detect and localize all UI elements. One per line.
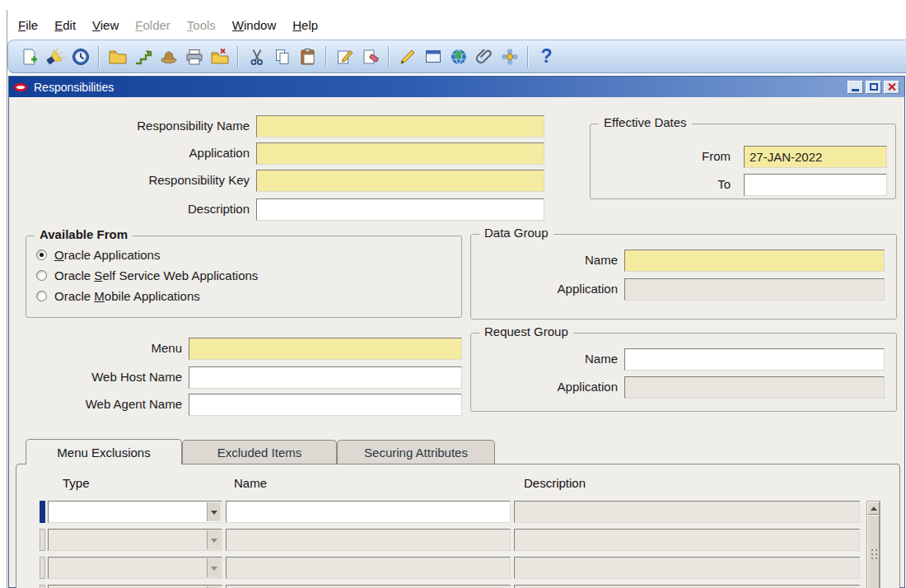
web-host-name-field[interactable] (189, 366, 462, 389)
responsibility-key-field[interactable] (256, 170, 544, 192)
menu-field[interactable] (189, 338, 462, 360)
radio-oracle-applications[interactable]: Oracle Applications (36, 248, 160, 262)
type-combo-row2 (48, 529, 222, 551)
close-button[interactable] (884, 81, 899, 94)
maximize-button[interactable] (866, 81, 881, 94)
edit-record-icon[interactable] (332, 44, 357, 69)
request-group-box: Request Group Name Application (470, 333, 897, 412)
radio-icon[interactable] (36, 291, 47, 301)
menu-window[interactable]: Window (224, 16, 284, 35)
effective-dates-group: Effective Dates From To (590, 124, 896, 199)
data-group-name-field[interactable] (624, 250, 885, 272)
tab-excluded-items[interactable]: Excluded Items (182, 440, 337, 464)
to-date-field[interactable] (744, 174, 887, 196)
clear-record-icon[interactable] (357, 44, 383, 69)
description-field-row1 (514, 501, 860, 523)
scrollbar-grip-icon (871, 548, 878, 561)
type-combo-row3 (48, 557, 222, 579)
application-label: Application (75, 146, 250, 160)
request-group-name-field[interactable] (624, 348, 885, 371)
vertical-scrollbar[interactable] (866, 501, 880, 588)
edit-field-icon[interactable] (395, 44, 420, 69)
minimize-button[interactable] (848, 81, 863, 94)
radio-icon[interactable] (36, 270, 47, 281)
application-field[interactable] (256, 142, 544, 165)
type-combo-row1[interactable] (48, 501, 222, 523)
paste-icon[interactable] (295, 44, 320, 69)
translations-icon[interactable] (446, 44, 471, 69)
radio-oracle-mobile[interactable]: Oracle Mobile Applications (36, 289, 200, 303)
application-screen: File Edit View Folder Tools Window Help … (0, 0, 906, 588)
maximize-icon (870, 83, 878, 91)
request-group-application-label: Application (496, 380, 618, 394)
summary-detail-icon[interactable] (420, 44, 446, 69)
description-field[interactable] (256, 198, 544, 221)
find-icon[interactable] (42, 44, 68, 69)
data-group-box: Data Group Name Application (470, 234, 897, 320)
save-icon[interactable] (105, 44, 130, 69)
show-navigator-icon[interactable] (68, 44, 93, 69)
window-titlebar[interactable]: Responsibilities (9, 77, 904, 97)
to-label: To (607, 177, 731, 191)
toolbar-separator (237, 46, 239, 68)
radio-oracle-self-service[interactable]: Oracle Self Service Web Applications (36, 268, 258, 282)
web-agent-name-field[interactable] (189, 394, 462, 416)
request-group-name-label: Name (496, 352, 618, 366)
folder-tools-icon[interactable] (497, 44, 522, 69)
print-icon[interactable] (181, 44, 207, 69)
toolbar-separator (98, 46, 100, 68)
window-controls (848, 81, 899, 94)
toolbar: ? (7, 40, 906, 73)
data-group-title: Data Group (479, 226, 553, 240)
type-input-row1[interactable] (49, 502, 222, 522)
menu-exclusions-panel: Type Name Description (16, 464, 900, 588)
from-label: From (607, 149, 731, 163)
column-header-description: Description (524, 476, 586, 490)
menu-edit[interactable]: Edit (46, 16, 84, 35)
attachments-icon[interactable] (471, 44, 497, 69)
radio-label[interactable]: Oracle Applications (54, 248, 160, 262)
tab-securing-attributes[interactable]: Securing Attributes (337, 440, 495, 464)
radio-label[interactable]: Oracle Self Service Web Applications (54, 268, 258, 282)
cut-icon[interactable] (244, 44, 269, 69)
close-form-icon[interactable] (207, 44, 232, 69)
name-field-row3 (226, 557, 511, 579)
responsibility-name-label: Responsibility Name (75, 119, 250, 133)
help-icon[interactable]: ? (534, 44, 559, 69)
tab-label: Excluded Items (217, 446, 302, 460)
record-indicator[interactable] (40, 529, 45, 551)
record-indicator[interactable] (40, 557, 45, 579)
responsibilities-window: Responsibilities Responsibility Name App… (8, 76, 905, 588)
menubar: File Edit View Folder Tools Window Help (10, 13, 326, 36)
menu-view[interactable]: View (84, 16, 127, 35)
name-field-row2 (226, 529, 511, 551)
next-step-icon[interactable] (130, 44, 156, 69)
name-field-row4 (226, 585, 511, 588)
new-icon[interactable] (16, 44, 42, 69)
radio-label[interactable]: Oracle Mobile Applications (54, 289, 200, 303)
switch-responsibility-icon[interactable] (156, 44, 181, 69)
tab-menu-exclusions[interactable]: Menu Exclusions (26, 439, 182, 464)
scrollbar-thumb[interactable] (867, 515, 880, 588)
record-indicator[interactable] (40, 585, 45, 588)
name-field-row1[interactable] (226, 501, 511, 523)
menu-folder: Folder (127, 16, 179, 35)
web-agent-name-label: Web Agent Name (50, 397, 182, 411)
type-input-row3 (49, 558, 222, 578)
menu-help[interactable]: Help (284, 16, 326, 35)
description-field-row4 (514, 585, 860, 588)
menu-file[interactable]: File (10, 16, 46, 35)
responsibility-name-field[interactable] (256, 115, 544, 138)
radio-selected-icon[interactable] (36, 250, 47, 260)
menu-label: Menu (50, 341, 182, 355)
scroll-up-icon[interactable] (867, 502, 880, 515)
record-indicator-current[interactable] (40, 501, 45, 523)
window-title: Responsibilities (34, 81, 114, 94)
copy-icon[interactable] (269, 44, 295, 69)
combo-dropdown-icon[interactable] (207, 502, 221, 521)
description-label: Description (75, 202, 250, 216)
request-group-title: Request Group (479, 324, 573, 338)
from-date-field[interactable] (744, 146, 887, 168)
available-from-title: Available From (35, 227, 133, 241)
column-header-name: Name (234, 476, 267, 490)
